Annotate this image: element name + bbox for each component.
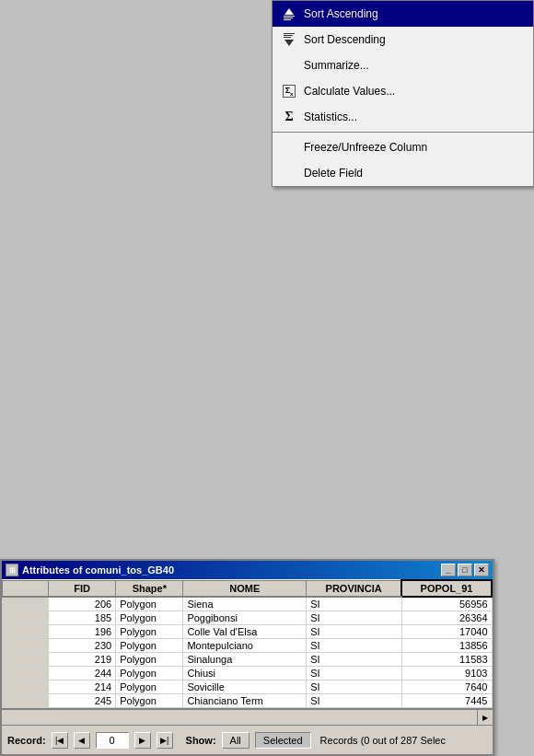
table-row[interactable]: 196PolygonColle Val d'ElsaSI17040 <box>3 625 493 639</box>
col-header-fid[interactable]: FID <box>49 580 116 597</box>
cell-provincia: SI <box>307 611 401 625</box>
col-header-provincia[interactable]: PROVINCIA <box>307 580 401 597</box>
table-row[interactable]: 245PolygonChianciano TermSI7445 <box>3 694 493 708</box>
no-icon <box>280 164 298 182</box>
row-indicator <box>3 680 49 694</box>
close-button[interactable]: ✕ <box>474 564 489 576</box>
cell-shape: Polygon <box>116 694 183 708</box>
row-indicator <box>3 625 49 639</box>
row-indicator <box>3 694 49 708</box>
table-window: ⊞ Attributes of comuni_tos_GB40 _ □ ✕ FI… <box>0 559 494 756</box>
window-controls: _ □ ✕ <box>441 564 489 576</box>
menu-item-summarize[interactable]: Summarize... <box>273 52 533 78</box>
col-header-popol91[interactable]: POPOL_91 <box>401 580 492 597</box>
record-bar: Record: |◀ ◀ ▶ ▶| Show: All Selected Rec… <box>2 725 493 754</box>
cell-nome: Chiusi <box>183 667 307 680</box>
table-row[interactable]: 244PolygonChiusiSI9103 <box>3 667 493 680</box>
sort-asc-icon <box>280 5 298 23</box>
cell-provincia: SI <box>307 694 401 708</box>
nav-first-button[interactable]: |◀ <box>52 732 68 749</box>
no-icon <box>280 56 298 75</box>
attributes-table: FID Shape* NOME PROVINCIA POPOL_91 206Po… <box>2 579 493 708</box>
cell-popol_91: 7445 <box>401 694 492 708</box>
menu-item-freeze-unfreeze[interactable]: Freeze/Unfreeze Column <box>273 134 533 160</box>
cell-nome: Montepulciano <box>183 639 307 653</box>
window-icon: ⊞ <box>6 564 18 576</box>
menu-label-sort-descending: Sort Descending <box>304 33 526 46</box>
menu-separator <box>273 132 533 133</box>
row-indicator <box>3 667 49 680</box>
maximize-button[interactable]: □ <box>458 564 472 576</box>
cell-popol_91: 13856 <box>401 639 492 653</box>
cell-shape: Polygon <box>116 611 183 625</box>
cell-shape: Polygon <box>116 680 183 694</box>
no-icon <box>280 138 298 157</box>
cell-popol_91: 56956 <box>401 597 492 611</box>
row-indicator <box>3 653 49 667</box>
table-row[interactable]: 206PolygonSienaSI56956 <box>3 597 493 611</box>
show-selected-button[interactable]: Selected <box>255 732 311 749</box>
cell-shape: Polygon <box>116 625 183 639</box>
table-container: FID Shape* NOME PROVINCIA POPOL_91 206Po… <box>2 579 493 709</box>
nav-next-button[interactable]: ▶ <box>134 732 151 749</box>
menu-label-statistics: Statistics... <box>304 110 526 123</box>
menu-label-calculate-values: Calculate Values... <box>304 85 526 98</box>
table-header-row: FID Shape* NOME PROVINCIA POPOL_91 <box>3 580 493 597</box>
cell-nome: Chianciano Term <box>183 694 307 708</box>
cell-provincia: SI <box>307 625 401 639</box>
calc-icon: Σx <box>280 82 298 100</box>
cell-nome: Sinalunga <box>183 653 307 667</box>
cell-fid: 230 <box>49 639 116 653</box>
sort-desc-icon <box>280 30 298 49</box>
menu-item-sort-ascending[interactable]: Sort Ascending <box>273 1 533 27</box>
scroll-right-btn[interactable]: ▶ <box>478 710 493 725</box>
cell-fid: 245 <box>49 694 116 708</box>
menu-item-statistics[interactable]: ΣStatistics... <box>273 104 533 130</box>
cell-fid: 185 <box>49 611 116 625</box>
nav-last-button[interactable]: ▶| <box>157 732 173 749</box>
cell-fid: 196 <box>49 625 116 639</box>
records-info: Records (0 out of 287 Selec <box>320 735 446 746</box>
cell-shape: Polygon <box>116 639 183 653</box>
cell-provincia: SI <box>307 667 401 680</box>
col-header-shape[interactable]: Shape* <box>116 580 183 597</box>
cell-nome: Siena <box>183 597 307 611</box>
table-row[interactable]: 214PolygonSovicilleSI7640 <box>3 680 493 694</box>
show-all-button[interactable]: All <box>222 732 250 749</box>
menu-item-sort-descending[interactable]: Sort Descending <box>273 27 533 52</box>
cell-provincia: SI <box>307 597 401 611</box>
row-indicator <box>3 639 49 653</box>
cell-fid: 219 <box>49 653 116 667</box>
cell-provincia: SI <box>307 680 401 694</box>
record-label: Record: <box>7 735 46 746</box>
row-indicator <box>3 597 49 611</box>
table-row[interactable]: 185PolygonPoggibonsiSI26364 <box>3 611 493 625</box>
cell-popol_91: 26364 <box>401 611 492 625</box>
nav-prev-button[interactable]: ◀ <box>74 732 90 749</box>
cell-nome: Colle Val d'Elsa <box>183 625 307 639</box>
cell-nome: Poggibonsi <box>183 611 307 625</box>
record-number-input[interactable] <box>96 732 129 749</box>
table-row[interactable]: 219PolygonSinalungaSI11583 <box>3 653 493 667</box>
cell-fid: 206 <box>49 597 116 611</box>
cell-provincia: SI <box>307 639 401 653</box>
cell-shape: Polygon <box>116 653 183 667</box>
col-header-nome[interactable]: NOME <box>183 580 307 597</box>
show-label: Show: <box>186 735 216 746</box>
window-title-text: Attributes of comuni_tos_GB40 <box>22 564 174 576</box>
row-indicator-header <box>3 580 49 597</box>
table-row[interactable]: 230PolygonMontepulcianoSI13856 <box>3 639 493 653</box>
cell-popol_91: 17040 <box>401 625 492 639</box>
menu-label-summarize: Summarize... <box>304 59 526 72</box>
cell-fid: 214 <box>49 680 116 694</box>
cell-provincia: SI <box>307 653 401 667</box>
menu-label-sort-ascending: Sort Ascending <box>304 7 526 20</box>
cell-shape: Polygon <box>116 597 183 611</box>
cell-popol_91: 11583 <box>401 653 492 667</box>
minimize-button[interactable]: _ <box>441 564 456 576</box>
menu-item-delete-field[interactable]: Delete Field <box>273 160 533 186</box>
sigma-icon: Σ <box>280 108 298 126</box>
menu-item-calculate-values[interactable]: ΣxCalculate Values... <box>273 78 533 104</box>
row-indicator <box>3 611 49 625</box>
window-title-area: ⊞ Attributes of comuni_tos_GB40 <box>6 564 174 576</box>
